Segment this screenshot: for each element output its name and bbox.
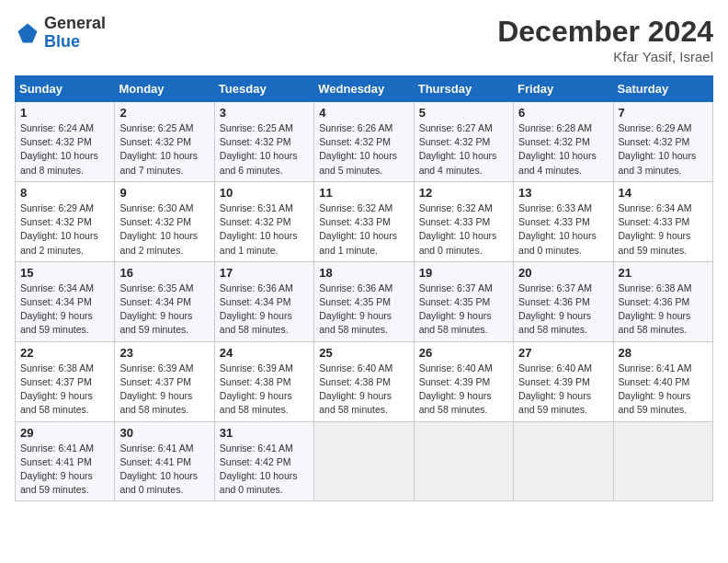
day-number: 27 <box>518 346 608 360</box>
day-number: 19 <box>419 266 508 280</box>
calendar-cell: 25 Sunrise: 6:40 AM Sunset: 4:38 PM Dayl… <box>314 341 414 421</box>
day-number: 20 <box>518 266 608 280</box>
day-number: 22 <box>20 346 109 360</box>
day-number: 12 <box>419 186 508 200</box>
calendar-cell: 3 Sunrise: 6:25 AM Sunset: 4:32 PM Dayli… <box>214 102 313 182</box>
calendar-cell: 28 Sunrise: 6:41 AM Sunset: 4:40 PM Dayl… <box>613 341 712 421</box>
logo: General Blue <box>15 15 106 52</box>
title-block: December 2024 Kfar Yasif, Israel <box>497 15 713 64</box>
day-info: Sunrise: 6:32 AM Sunset: 4:33 PM Dayligh… <box>419 201 508 258</box>
calendar-cell: 10 Sunrise: 6:31 AM Sunset: 4:32 PM Dayl… <box>214 181 313 261</box>
day-info: Sunrise: 6:27 AM Sunset: 4:32 PM Dayligh… <box>419 121 508 178</box>
calendar-cell: 27 Sunrise: 6:40 AM Sunset: 4:39 PM Dayl… <box>514 341 613 421</box>
day-number: 9 <box>119 186 209 200</box>
logo-general: General <box>44 15 106 33</box>
weekday-header: Friday <box>514 76 613 102</box>
calendar-week-row: 29 Sunrise: 6:41 AM Sunset: 4:41 PM Dayl… <box>16 421 713 501</box>
calendar-cell: 22 Sunrise: 6:38 AM Sunset: 4:37 PM Dayl… <box>16 341 115 421</box>
day-info: Sunrise: 6:26 AM Sunset: 4:32 PM Dayligh… <box>319 121 408 178</box>
calendar-week-row: 8 Sunrise: 6:29 AM Sunset: 4:32 PM Dayli… <box>16 181 713 261</box>
day-number: 16 <box>119 266 209 280</box>
calendar-cell: 2 Sunrise: 6:25 AM Sunset: 4:32 PM Dayli… <box>115 102 214 182</box>
calendar-cell: 23 Sunrise: 6:39 AM Sunset: 4:37 PM Dayl… <box>115 341 214 421</box>
calendar-week-row: 22 Sunrise: 6:38 AM Sunset: 4:37 PM Dayl… <box>16 341 713 421</box>
calendar-cell <box>414 421 513 501</box>
day-info: Sunrise: 6:34 AM Sunset: 4:33 PM Dayligh… <box>619 201 708 258</box>
day-info: Sunrise: 6:41 AM Sunset: 4:41 PM Dayligh… <box>20 442 109 498</box>
logo-icon <box>15 20 40 46</box>
calendar-cell: 24 Sunrise: 6:39 AM Sunset: 4:38 PM Dayl… <box>214 341 313 421</box>
day-number: 4 <box>319 106 408 120</box>
calendar-cell: 4 Sunrise: 6:26 AM Sunset: 4:32 PM Dayli… <box>314 102 414 182</box>
day-number: 18 <box>319 266 408 280</box>
calendar-cell: 1 Sunrise: 6:24 AM Sunset: 4:32 PM Dayli… <box>16 102 115 182</box>
day-info: Sunrise: 6:30 AM Sunset: 4:32 PM Dayligh… <box>119 201 209 258</box>
day-number: 30 <box>119 426 209 440</box>
page-header: General Blue December 2024 Kfar Yasif, I… <box>15 15 713 64</box>
day-info: Sunrise: 6:41 AM Sunset: 4:40 PM Dayligh… <box>619 362 708 418</box>
calendar-cell: 15 Sunrise: 6:34 AM Sunset: 4:34 PM Dayl… <box>16 261 115 341</box>
weekday-header: Sunday <box>16 76 115 102</box>
day-info: Sunrise: 6:31 AM Sunset: 4:32 PM Dayligh… <box>220 201 309 258</box>
calendar-cell <box>613 421 712 501</box>
day-info: Sunrise: 6:37 AM Sunset: 4:36 PM Dayligh… <box>518 282 608 338</box>
day-number: 11 <box>319 186 408 200</box>
calendar-cell: 11 Sunrise: 6:32 AM Sunset: 4:33 PM Dayl… <box>314 181 414 261</box>
day-number: 8 <box>20 186 109 200</box>
calendar-cell: 17 Sunrise: 6:36 AM Sunset: 4:34 PM Dayl… <box>214 261 313 341</box>
day-number: 7 <box>619 106 708 120</box>
weekday-header: Saturday <box>613 76 712 102</box>
day-info: Sunrise: 6:40 AM Sunset: 4:38 PM Dayligh… <box>319 362 408 418</box>
calendar-cell <box>514 421 613 501</box>
day-number: 6 <box>518 106 608 120</box>
weekday-header: Wednesday <box>314 76 414 102</box>
calendar-cell: 14 Sunrise: 6:34 AM Sunset: 4:33 PM Dayl… <box>613 181 712 261</box>
logo-text: General Blue <box>44 15 106 52</box>
calendar-cell: 30 Sunrise: 6:41 AM Sunset: 4:41 PM Dayl… <box>115 421 214 501</box>
day-number: 21 <box>619 266 708 280</box>
svg-marker-0 <box>18 23 38 42</box>
day-info: Sunrise: 6:32 AM Sunset: 4:33 PM Dayligh… <box>319 201 408 258</box>
day-info: Sunrise: 6:41 AM Sunset: 4:42 PM Dayligh… <box>220 442 309 498</box>
day-info: Sunrise: 6:39 AM Sunset: 4:37 PM Dayligh… <box>119 362 209 418</box>
day-info: Sunrise: 6:24 AM Sunset: 4:32 PM Dayligh… <box>20 121 109 178</box>
calendar-cell: 20 Sunrise: 6:37 AM Sunset: 4:36 PM Dayl… <box>514 261 613 341</box>
day-number: 13 <box>518 186 608 200</box>
calendar-cell: 12 Sunrise: 6:32 AM Sunset: 4:33 PM Dayl… <box>414 181 513 261</box>
calendar-cell: 6 Sunrise: 6:28 AM Sunset: 4:32 PM Dayli… <box>514 102 613 182</box>
weekday-header-row: SundayMondayTuesdayWednesdayThursdayFrid… <box>16 76 713 102</box>
day-number: 24 <box>220 346 309 360</box>
day-info: Sunrise: 6:33 AM Sunset: 4:33 PM Dayligh… <box>518 201 608 258</box>
day-info: Sunrise: 6:36 AM Sunset: 4:34 PM Dayligh… <box>220 282 309 338</box>
day-number: 29 <box>20 426 109 440</box>
day-number: 3 <box>220 106 309 120</box>
day-number: 15 <box>20 266 109 280</box>
calendar-cell: 5 Sunrise: 6:27 AM Sunset: 4:32 PM Dayli… <box>414 102 513 182</box>
day-info: Sunrise: 6:34 AM Sunset: 4:34 PM Dayligh… <box>20 282 109 338</box>
day-number: 25 <box>319 346 408 360</box>
day-info: Sunrise: 6:29 AM Sunset: 4:32 PM Dayligh… <box>20 201 109 258</box>
day-info: Sunrise: 6:38 AM Sunset: 4:37 PM Dayligh… <box>20 362 109 418</box>
day-info: Sunrise: 6:25 AM Sunset: 4:32 PM Dayligh… <box>220 121 309 178</box>
day-info: Sunrise: 6:40 AM Sunset: 4:39 PM Dayligh… <box>518 362 608 418</box>
weekday-header: Tuesday <box>214 76 313 102</box>
calendar-cell: 9 Sunrise: 6:30 AM Sunset: 4:32 PM Dayli… <box>115 181 214 261</box>
calendar-week-row: 1 Sunrise: 6:24 AM Sunset: 4:32 PM Dayli… <box>16 102 713 182</box>
day-info: Sunrise: 6:36 AM Sunset: 4:35 PM Dayligh… <box>319 282 408 338</box>
logo-blue: Blue <box>44 33 106 52</box>
day-info: Sunrise: 6:28 AM Sunset: 4:32 PM Dayligh… <box>518 121 608 178</box>
day-info: Sunrise: 6:35 AM Sunset: 4:34 PM Dayligh… <box>119 282 209 338</box>
day-info: Sunrise: 6:25 AM Sunset: 4:32 PM Dayligh… <box>119 121 209 178</box>
day-info: Sunrise: 6:40 AM Sunset: 4:39 PM Dayligh… <box>419 362 508 418</box>
day-info: Sunrise: 6:37 AM Sunset: 4:35 PM Dayligh… <box>419 282 508 338</box>
day-number: 28 <box>619 346 708 360</box>
calendar-cell: 19 Sunrise: 6:37 AM Sunset: 4:35 PM Dayl… <box>414 261 513 341</box>
day-info: Sunrise: 6:41 AM Sunset: 4:41 PM Dayligh… <box>119 442 209 498</box>
day-number: 2 <box>119 106 209 120</box>
day-number: 31 <box>220 426 309 440</box>
calendar-cell: 8 Sunrise: 6:29 AM Sunset: 4:32 PM Dayli… <box>16 181 115 261</box>
day-info: Sunrise: 6:29 AM Sunset: 4:32 PM Dayligh… <box>619 121 708 178</box>
calendar-table: SundayMondayTuesdayWednesdayThursdayFrid… <box>15 75 713 501</box>
day-number: 1 <box>20 106 109 120</box>
day-number: 17 <box>220 266 309 280</box>
